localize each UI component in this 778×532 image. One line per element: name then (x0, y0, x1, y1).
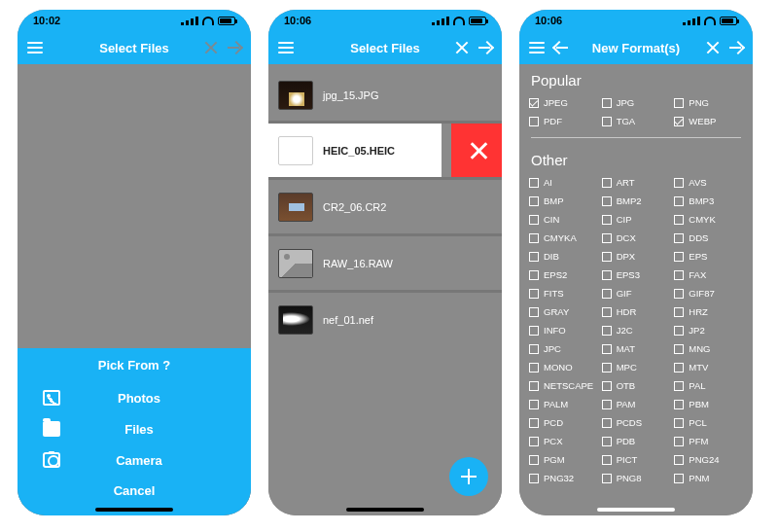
format-label: PALM (544, 399, 568, 409)
close-icon[interactable] (706, 41, 720, 54)
next-icon[interactable] (228, 41, 241, 54)
format-option-mtv[interactable]: MTV (674, 359, 743, 375)
add-file-button[interactable] (449, 457, 488, 496)
format-option-eps2[interactable]: EPS2 (529, 266, 598, 283)
home-indicator (346, 508, 424, 512)
format-label: FAX (689, 269, 706, 280)
close-icon[interactable] (204, 41, 218, 54)
close-icon[interactable] (455, 41, 469, 54)
format-option-avs[interactable]: AVS (674, 174, 743, 191)
format-option-pfm[interactable]: PFM (674, 433, 743, 449)
checkbox-icon (529, 307, 539, 317)
cancel-button[interactable]: Cancel (18, 483, 251, 498)
format-label: DIB (544, 251, 559, 262)
format-option-palm[interactable]: PALM (529, 396, 598, 412)
format-option-tga[interactable]: TGA (602, 113, 671, 129)
format-label: PFM (689, 436, 708, 446)
format-option-pcds[interactable]: PCDS (602, 414, 671, 431)
next-icon[interactable] (478, 41, 492, 54)
format-option-cin[interactable]: CIN (529, 211, 598, 228)
file-row[interactable]: nef_01.nef (268, 290, 502, 346)
format-option-pdb[interactable]: PDB (602, 433, 671, 449)
format-option-fax[interactable]: FAX (674, 266, 743, 283)
format-option-png32[interactable]: PNG32 (529, 470, 598, 486)
format-option-pal[interactable]: PAL (674, 377, 743, 394)
format-option-dib[interactable]: DIB (529, 248, 598, 265)
format-option-hdr[interactable]: HDR (602, 303, 671, 320)
phone-new-formats: 10:06 New Format(s) Popular JPEGJPGPNGPD… (519, 10, 753, 515)
status-icons (181, 17, 235, 25)
pick-camera-button[interactable]: Camera (18, 444, 251, 476)
format-option-eps[interactable]: EPS (674, 248, 743, 265)
format-label: EPS (689, 251, 707, 262)
format-option-cmyk[interactable]: CMYK (674, 211, 743, 228)
format-label: BMP (544, 195, 564, 206)
menu-icon[interactable] (27, 42, 43, 53)
format-option-dpx[interactable]: DPX (602, 248, 671, 265)
checkbox-icon (602, 363, 612, 372)
format-option-mpc[interactable]: MPC (602, 359, 671, 375)
format-option-ai[interactable]: AI (529, 174, 598, 191)
format-option-art[interactable]: ART (602, 174, 671, 191)
format-option-bmp3[interactable]: BMP3 (674, 193, 743, 209)
menu-icon[interactable] (278, 42, 294, 53)
format-option-pam[interactable]: PAM (602, 396, 671, 412)
format-option-dcx[interactable]: DCX (602, 230, 671, 246)
format-option-jpeg[interactable]: JPEG (529, 94, 598, 111)
format-option-pdf[interactable]: PDF (529, 113, 598, 129)
file-thumb (278, 136, 313, 165)
checkbox-icon (602, 252, 612, 262)
format-option-pcd[interactable]: PCD (529, 414, 598, 431)
format-option-mat[interactable]: MAT (602, 340, 671, 357)
format-option-png24[interactable]: PNG24 (674, 451, 743, 468)
format-option-png8[interactable]: PNG8 (602, 470, 671, 486)
format-option-jpc[interactable]: JPC (529, 340, 598, 357)
format-option-gif[interactable]: GIF (602, 285, 671, 301)
checkbox-icon (529, 344, 539, 354)
file-row-swiped[interactable]: HEIC_05.HEIC (268, 121, 502, 177)
format-option-pict[interactable]: PICT (602, 451, 671, 468)
format-option-mng[interactable]: MNG (674, 340, 743, 357)
format-option-jp2[interactable]: JP2 (674, 322, 743, 338)
format-option-pcx[interactable]: PCX (529, 433, 598, 449)
file-row[interactable]: CR2_06.CR2 (268, 177, 502, 233)
format-option-otb[interactable]: OTB (602, 377, 671, 394)
format-option-png[interactable]: PNG (674, 94, 743, 111)
format-option-dds[interactable]: DDS (674, 230, 743, 246)
wifi-icon (453, 17, 465, 25)
format-option-cip[interactable]: CIP (602, 211, 671, 228)
checkbox-icon (602, 381, 612, 391)
format-option-netscape[interactable]: NETSCAPE (529, 377, 598, 394)
file-row[interactable]: RAW_16.RAW (268, 233, 502, 290)
page-title: Select Files (82, 41, 187, 55)
format-option-gray[interactable]: GRAY (529, 303, 598, 320)
back-icon[interactable] (554, 41, 568, 54)
checkbox-icon (602, 98, 612, 108)
wifi-icon (202, 17, 214, 25)
format-option-bmp[interactable]: BMP (529, 193, 598, 209)
format-option-gif87[interactable]: GIF87 (674, 285, 743, 301)
format-option-info[interactable]: INFO (529, 322, 598, 338)
format-label: GIF87 (689, 288, 714, 299)
format-option-webp[interactable]: WEBP (674, 113, 743, 129)
format-option-bmp2[interactable]: BMP2 (602, 193, 671, 209)
format-option-cmyka[interactable]: CMYKA (529, 230, 598, 246)
format-option-pcl[interactable]: PCL (674, 414, 743, 431)
format-option-pgm[interactable]: PGM (529, 451, 598, 468)
file-row[interactable]: jpg_15.JPG (268, 64, 502, 121)
format-option-pbm[interactable]: PBM (674, 396, 743, 412)
delete-button[interactable] (451, 124, 502, 177)
format-option-hrz[interactable]: HRZ (674, 303, 743, 320)
format-option-jpg[interactable]: JPG (602, 94, 671, 111)
checkbox-icon (674, 117, 684, 126)
format-label: PCDS (617, 417, 642, 428)
format-option-j2c[interactable]: J2C (602, 322, 671, 338)
pick-files-button[interactable]: Files (18, 413, 251, 444)
pick-photos-button[interactable]: Photos (18, 382, 251, 413)
format-option-eps3[interactable]: EPS3 (602, 266, 671, 283)
format-option-fits[interactable]: FITS (529, 285, 598, 301)
format-option-pnm[interactable]: PNM (674, 470, 743, 486)
next-icon[interactable] (729, 41, 743, 54)
menu-icon[interactable] (529, 42, 545, 53)
format-option-mono[interactable]: MONO (529, 359, 598, 375)
